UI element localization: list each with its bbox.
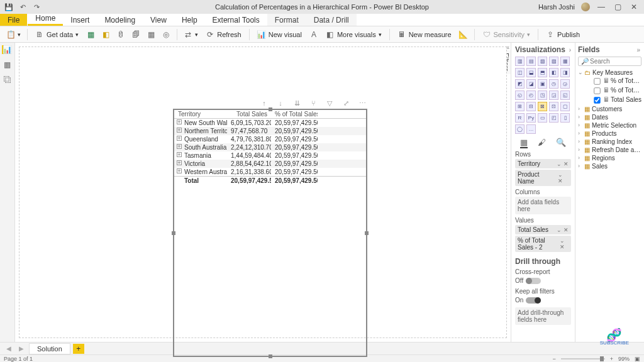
page-tab-solution[interactable]: Solution <box>29 343 70 354</box>
matrix-row[interactable]: +Victoria2,88,54,642.1020,59,97,429.50 <box>174 160 366 168</box>
more-visuals-button[interactable]: ◧More visuals▾ <box>322 28 386 41</box>
viz-type-button[interactable]: ▧ <box>538 57 547 66</box>
matrix-row[interactable]: +Queensland4,79,76,381.8020,59,97,429.50 <box>174 135 366 143</box>
field-measure[interactable]: 🖩% of Total Sales ... <box>578 86 641 96</box>
viz-type-button[interactable]: ▯ <box>560 113 570 123</box>
remove-field-icon[interactable]: ⌄ ✕ <box>560 238 569 250</box>
model-view-button[interactable]: ⿻ <box>3 75 12 84</box>
redo-icon[interactable]: ↷ <box>33 3 40 11</box>
expand-all-icon[interactable]: ⇊ <box>293 99 301 107</box>
col-header-territory[interactable]: Territory <box>174 110 227 118</box>
expand-icon[interactable]: + <box>177 152 182 157</box>
expand-icon[interactable]: + <box>177 119 182 124</box>
new-measure-button[interactable]: 🖩New measure <box>394 28 455 41</box>
viz-type-button[interactable]: ▨ <box>549 57 558 66</box>
filter-icon[interactable]: ▽ <box>326 99 333 107</box>
resize-handle[interactable] <box>269 354 272 358</box>
pbi-dataset-button[interactable]: ◧ <box>99 28 113 41</box>
remove-field-icon[interactable]: ⌄ ✕ <box>558 172 569 184</box>
tab-file[interactable]: File <box>0 14 27 26</box>
viz-type-button[interactable]: ▦ <box>560 57 570 66</box>
user-avatar[interactable] <box>581 3 590 11</box>
viz-type-button[interactable]: ▭ <box>538 113 547 123</box>
viz-type-button[interactable]: ◩ <box>515 79 525 89</box>
remove-field-icon[interactable]: ⌄ ✕ <box>557 161 569 167</box>
tab-home[interactable]: Home <box>28 12 63 26</box>
viz-type-button[interactable]: ◪ <box>526 79 536 89</box>
viz-type-button[interactable]: ◵ <box>515 90 525 100</box>
undo-icon[interactable]: ↶ <box>19 3 26 11</box>
table-key-measures[interactable]: ⌄🗀Key Measures <box>578 69 641 77</box>
focus-mode-icon[interactable]: ⤢ <box>342 99 350 107</box>
viz-type-button[interactable]: ▥ <box>515 57 525 66</box>
tab-help[interactable]: Help <box>174 14 205 26</box>
field-table[interactable]: ›▦Refresh Date and Time <box>578 146 641 154</box>
add-page-button[interactable]: + <box>73 344 84 354</box>
resize-handle[interactable] <box>172 231 175 235</box>
zoom-out-button[interactable]: − <box>552 356 555 362</box>
viz-type-button[interactable]: ◯ <box>515 124 525 134</box>
viz-type-button[interactable]: ⬓ <box>526 68 536 77</box>
drill-down-icon[interactable]: ↓ <box>277 99 284 107</box>
expand-next-icon[interactable]: ⑂ <box>309 99 317 107</box>
field-checkbox[interactable] <box>594 87 600 94</box>
zoom-slider[interactable] <box>561 358 605 359</box>
tab-external-tools[interactable]: External Tools <box>205 14 267 26</box>
viz-type-button[interactable]: ◧ <box>549 68 558 77</box>
drill-through-well[interactable]: Add drill-through fields here <box>515 307 571 325</box>
field-measure[interactable]: 🖩% of Total Sales <box>578 77 641 86</box>
tab-view[interactable]: View <box>143 14 174 26</box>
paste-button[interactable]: 📋▾ <box>4 28 23 41</box>
field-checkbox[interactable] <box>594 78 600 84</box>
field-checkbox[interactable] <box>594 97 600 103</box>
field-table[interactable]: ›▦Ranking Index <box>578 138 641 146</box>
viz-type-button[interactable]: ⊠ <box>538 102 547 111</box>
matrix-row[interactable]: +South Australia2,24,12,310.7020,59,97,4… <box>174 143 366 151</box>
row-field-territory[interactable]: Territory⌄ ✕ <box>515 159 571 168</box>
zoom-in-button[interactable]: + <box>610 356 613 362</box>
col-header-pct[interactable]: % of Total Sales - 2 <box>271 110 318 118</box>
maximize-button[interactable]: ▢ <box>613 3 623 11</box>
transform-data-button[interactable]: ⇄▾ <box>181 28 201 41</box>
field-table[interactable]: ›▦Products <box>578 129 641 138</box>
excel-source-button[interactable]: ▦ <box>84 28 97 41</box>
expand-icon[interactable]: + <box>177 144 182 149</box>
value-field-total-sales[interactable]: Total Sales⌄ ✕ <box>515 225 571 234</box>
cross-report-toggle[interactable] <box>526 278 541 284</box>
viz-type-button[interactable]: ◱ <box>560 90 570 100</box>
data-view-button[interactable]: ▦ <box>3 60 12 69</box>
enter-data-button[interactable]: 🗐 <box>129 28 143 41</box>
value-field-pct[interactable]: % of Total Sales - 2⌄ ✕ <box>515 236 571 252</box>
expand-icon[interactable]: + <box>177 168 182 173</box>
viz-type-button[interactable]: ◴ <box>526 90 536 100</box>
matrix-row[interactable]: +Northern Territory97,47,568.7020,59,97,… <box>174 127 366 135</box>
viz-type-button[interactable]: ⬒ <box>538 68 547 77</box>
matrix-visual[interactable]: ↑ ↓ ⇊ ⑂ ▽ ⤢ ⋯ Territory Total Sales % of… <box>174 109 367 356</box>
tab-format[interactable]: Format <box>267 14 306 26</box>
field-table[interactable]: ›▦Sales <box>578 162 641 170</box>
more-options-icon[interactable]: ⋯ <box>358 99 366 107</box>
keep-filters-toggle[interactable] <box>526 297 541 304</box>
report-view-button[interactable]: 📊 <box>2 45 11 54</box>
field-table[interactable]: ›▦Metric Selection <box>578 121 641 129</box>
sql-source-button[interactable]: 🛢 <box>114 28 128 41</box>
field-measure[interactable]: 🖩Total Sales <box>578 96 641 105</box>
field-table[interactable]: ›▦Dates <box>578 113 641 121</box>
viz-type-button[interactable]: R <box>515 113 525 123</box>
collapse-pane-icon[interactable]: » <box>636 47 640 53</box>
recent-sources-button[interactable]: ▦ <box>144 28 158 41</box>
text-box-button[interactable]: A <box>307 28 321 41</box>
viz-type-button[interactable]: ⊞ <box>515 102 525 111</box>
close-button[interactable]: ✕ <box>629 3 639 11</box>
viz-type-button[interactable]: ◲ <box>549 90 558 100</box>
viz-type-button[interactable]: … <box>526 124 536 134</box>
viz-type-button[interactable]: ◨ <box>560 68 570 77</box>
quick-measure-button[interactable]: 📐 <box>457 28 470 41</box>
col-header-total-sales[interactable]: Total Sales <box>227 110 271 118</box>
viz-type-button[interactable]: ◰ <box>549 113 558 123</box>
matrix-row[interactable]: +Tasmania1,44,59,484.4020,59,97,429.50 <box>174 151 366 160</box>
refresh-button[interactable]: ⟳Refresh <box>202 28 245 41</box>
fit-to-page-button[interactable]: ▣ <box>635 356 640 362</box>
tab-data-drill[interactable]: Data / Drill <box>306 14 357 26</box>
expand-icon[interactable]: + <box>177 136 182 141</box>
